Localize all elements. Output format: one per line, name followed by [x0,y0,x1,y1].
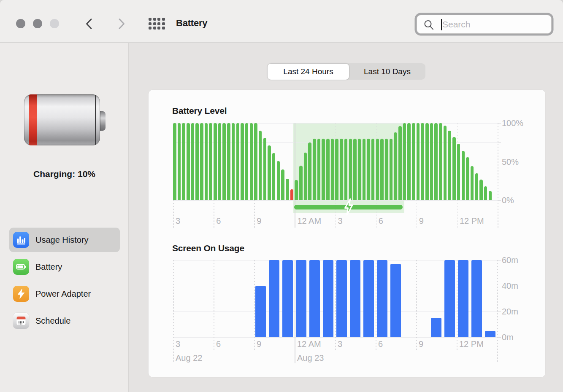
sidebar-item-label: Battery [35,262,62,272]
charts-card: Battery Level 36912 AM36912 PM100%50%0% … [149,90,545,377]
battery-level-bar [335,139,338,200]
chevron-right-icon [118,18,125,30]
main-content: Last 24 Hours Last 10 Days Battery Level… [129,43,563,392]
battery-level-bar [371,139,375,200]
battery-level-bar [277,161,280,200]
chart-gridline [173,260,174,363]
battery-level-bar [218,123,222,200]
x-axis-label: 9 [419,339,423,349]
battery-level-bar [484,186,487,200]
screen-on-bar [363,260,374,337]
page-title: Battery [176,18,207,29]
battery-level-bar [439,123,442,200]
battery-level-bar [241,123,244,200]
battery-level-bar [205,123,208,200]
sidebar-item-label: Power Adapter [35,289,91,299]
chart-gridline [335,260,336,351]
battery-level-bar [281,169,284,200]
sidebar: Charging: 10% Usage History [0,43,129,392]
chart-gridline [498,123,498,228]
battery-level-bar [452,137,456,200]
battery-preferences-window: Battery Charging: 10% [0,0,563,392]
battery-level-bar [272,153,276,200]
screen-on-usage-chart-title: Screen On Usage [172,243,244,253]
battery-level-bar [295,180,298,200]
show-all-preferences-button[interactable] [149,18,165,30]
y-axis-label: 50% [502,157,532,166]
battery-level-bar [390,139,393,200]
screen-on-bar [309,260,320,337]
sidebar-item-schedule[interactable]: Schedule [9,309,120,333]
battery-level-bar [479,180,483,200]
battery-level-bar [214,123,217,200]
battery-level-bar [489,191,492,200]
search-field[interactable] [417,15,552,34]
battery-level-bar [380,139,384,200]
battery-level-bar [421,123,424,200]
battery-level-bar [403,123,406,200]
sidebar-item-battery[interactable]: Battery [9,255,120,279]
battery-level-bar [227,123,230,200]
battery-level-bar [462,151,465,200]
tab-last-24-hours[interactable]: Last 24 Hours [268,64,349,80]
battery-level-bar [200,123,203,200]
tab-last-10-days[interactable]: Last 10 Days [349,63,425,80]
x-axis-label: 3 [338,216,343,226]
battery-level-bar [407,123,411,200]
text-caret [441,19,442,30]
battery-level-bar [385,139,388,200]
screen-on-bar [350,260,360,337]
battery-level-bar [448,131,451,200]
x-axis-label: 6 [216,339,221,349]
x-axis-label: 3 [338,339,342,349]
chart-gridline [254,260,255,351]
screen-on-bar [323,260,333,337]
schedule-icon [13,313,29,329]
battery-level-chart: 36912 AM36912 PM100%50%0% [173,123,498,200]
y-axis-label: 0m [502,333,532,342]
chart-gridline [416,260,417,351]
battery-level-bar [444,126,447,201]
screen-on-bar [377,260,387,337]
back-button[interactable] [85,18,96,30]
battery-level-bar [349,139,352,200]
battery-charge-red-strip [29,94,37,145]
axis-tick [498,260,501,260]
search-input[interactable] [442,15,548,33]
y-axis-label: 20m [502,307,532,316]
sidebar-item-usage-history[interactable]: Usage History [9,228,120,252]
battery-level-bar [187,123,190,200]
y-axis-label: 100% [502,118,532,128]
x-axis-label: 12 AM [297,216,321,226]
chart-gridline [295,260,295,363]
y-axis-label: 40m [502,281,532,290]
screen-on-bar [390,264,401,337]
battery-level-bar [457,144,460,200]
battery-icon [13,259,29,275]
x-axis-label: 12 PM [460,216,484,226]
battery-level-bar [367,139,370,200]
close-window-button[interactable] [16,19,25,28]
sidebar-item-power-adapter[interactable]: Power Adapter [9,282,120,306]
y-axis-label: 0% [502,196,532,205]
x-axis-label: 12 AM [297,339,321,349]
minimize-window-button[interactable] [33,19,42,28]
battery-level-bar [475,173,479,200]
time-range-segmented-control: Last 24 Hours Last 10 Days [268,63,425,80]
chart-gridline [457,260,457,351]
x-axis-label: 3 [176,339,180,349]
screen-on-bar [296,260,306,337]
battery-level-bar [191,123,195,200]
battery-level-bar [471,166,474,200]
zoom-window-button[interactable] [50,19,59,28]
screen-on-bar [444,260,455,337]
battery-level-bar [353,139,357,200]
forward-button[interactable] [118,18,129,30]
battery-level-chart-title: Battery Level [172,106,227,116]
battery-level-bar [466,157,469,200]
battery-level-bar [195,123,199,200]
battery-level-bar [412,123,415,200]
battery-level-bar [358,139,361,200]
battery-level-bar [313,139,316,200]
chart-gridline [497,260,498,363]
